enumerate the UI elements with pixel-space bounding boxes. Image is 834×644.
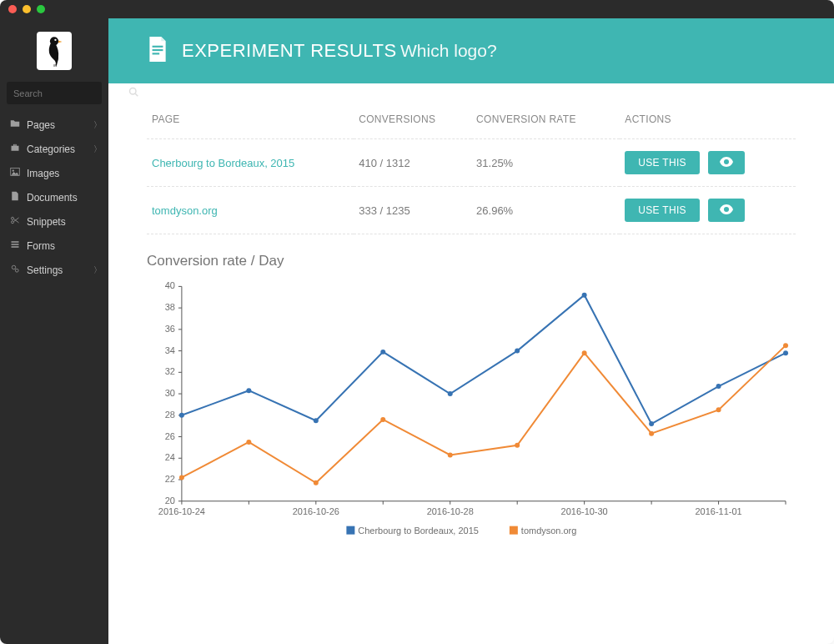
- svg-point-80: [716, 407, 721, 412]
- sidebar-item-label: Documents: [27, 192, 78, 204]
- chevron-right-icon: 〉: [93, 119, 102, 131]
- svg-point-77: [515, 443, 520, 448]
- svg-point-62: [179, 413, 184, 418]
- svg-rect-22: [153, 53, 160, 54]
- use-this-button[interactable]: USE THIS: [625, 199, 700, 222]
- sidebar-item-pages[interactable]: Pages〉: [0, 113, 108, 137]
- svg-point-19: [15, 269, 18, 272]
- main-area: EXPERIMENT RESULTS Which logo? PAGECONVE…: [108, 18, 834, 644]
- svg-text:32: 32: [165, 366, 175, 376]
- svg-text:20: 20: [165, 496, 175, 506]
- sidebar-item-label: Pages: [27, 119, 55, 131]
- sidebar-item-label: Categories: [27, 143, 75, 155]
- svg-point-69: [649, 421, 654, 426]
- rate-cell: 26.96%: [471, 187, 620, 234]
- svg-point-78: [582, 350, 587, 355]
- page-header: EXPERIMENT RESULTS Which logo?: [108, 18, 834, 83]
- suitcase-icon: [8, 143, 22, 155]
- results-table: PAGECONVERSIONSCONVERSION RATEACTIONS Ch…: [147, 105, 796, 234]
- svg-rect-15: [12, 241, 19, 243]
- svg-text:28: 28: [165, 410, 175, 420]
- svg-point-79: [649, 431, 654, 436]
- conversions-cell: 333 / 1235: [354, 187, 471, 234]
- chart-title: Conversion rate / Day: [147, 253, 796, 269]
- svg-text:40: 40: [165, 280, 175, 290]
- svg-point-65: [380, 350, 385, 355]
- svg-rect-17: [12, 246, 19, 248]
- svg-point-63: [246, 388, 251, 393]
- sidebar-item-forms[interactable]: Forms: [0, 234, 108, 258]
- svg-text:2016-10-30: 2016-10-30: [561, 506, 608, 516]
- svg-rect-82: [346, 526, 354, 535]
- svg-rect-7: [12, 146, 19, 151]
- folder-icon: [8, 118, 22, 131]
- use-this-button[interactable]: USE THIS: [625, 151, 700, 174]
- sidebar-item-label: Forms: [27, 240, 55, 252]
- preview-button[interactable]: [708, 199, 745, 222]
- column-header: PAGE: [147, 105, 354, 139]
- rate-cell: 31.25%: [471, 139, 620, 187]
- column-header: CONVERSION RATE: [471, 105, 620, 139]
- search-box[interactable]: [7, 82, 102, 104]
- svg-text:tomdyson.org: tomdyson.org: [521, 526, 576, 536]
- svg-point-64: [314, 418, 319, 423]
- document-icon: [147, 37, 168, 65]
- chevron-right-icon: 〉: [93, 143, 102, 155]
- svg-point-72: [179, 475, 184, 480]
- svg-rect-21: [153, 49, 163, 51]
- sidebar-item-categories[interactable]: Categories〉: [0, 137, 108, 161]
- svg-point-12: [12, 221, 14, 224]
- sidebar-item-snippets[interactable]: Snippets: [0, 209, 108, 234]
- svg-text:36: 36: [165, 324, 175, 334]
- document-icon: [8, 191, 22, 204]
- svg-point-81: [783, 343, 788, 348]
- image-icon: [8, 167, 22, 179]
- svg-point-75: [380, 417, 385, 422]
- window-zoom-dot[interactable]: [37, 5, 45, 13]
- cogs-icon: [8, 264, 22, 276]
- chart: 20222426283032343638402016-10-242016-10-…: [147, 278, 796, 548]
- sidebar-item-label: Settings: [27, 264, 63, 276]
- page-link[interactable]: tomdyson.org: [152, 204, 218, 217]
- svg-point-67: [515, 349, 520, 354]
- page-title: EXPERIMENT RESULTS Which logo?: [182, 40, 497, 62]
- svg-text:Cherbourg to Bordeaux, 2015: Cherbourg to Bordeaux, 2015: [358, 526, 479, 536]
- sidebar-item-documents[interactable]: Documents: [0, 185, 108, 209]
- window-close-dot[interactable]: [8, 5, 17, 13]
- svg-marker-2: [58, 41, 62, 43]
- svg-rect-84: [510, 526, 518, 535]
- sidebar-item-settings[interactable]: Settings〉: [0, 258, 108, 282]
- svg-point-10: [13, 169, 14, 171]
- svg-point-1: [54, 39, 56, 41]
- content-area: PAGECONVERSIONSCONVERSION RATEACTIONS Ch…: [108, 83, 834, 556]
- sidebar-item-images[interactable]: Images: [0, 161, 108, 185]
- window-titlebar: [0, 0, 834, 18]
- scissors-icon: [8, 215, 22, 228]
- svg-text:24: 24: [165, 452, 175, 462]
- app-window: Pages〉Categories〉ImagesDocumentsSnippets…: [0, 0, 834, 644]
- svg-point-76: [448, 452, 453, 457]
- svg-point-71: [783, 350, 788, 355]
- logo: [0, 18, 108, 82]
- svg-point-66: [448, 391, 453, 396]
- eye-icon: [720, 205, 733, 217]
- svg-text:30: 30: [165, 388, 175, 398]
- table-row: tomdyson.org333 / 123526.96%USE THIS: [147, 187, 796, 234]
- list-icon: [8, 239, 22, 252]
- column-header: ACTIONS: [620, 105, 796, 139]
- window-minimize-dot[interactable]: [23, 5, 31, 13]
- bird-icon: [37, 32, 72, 70]
- svg-point-68: [582, 293, 587, 298]
- sidebar-nav: Pages〉Categories〉ImagesDocumentsSnippets…: [0, 113, 108, 282]
- svg-point-11: [12, 217, 14, 219]
- svg-text:38: 38: [165, 302, 175, 312]
- svg-rect-20: [153, 46, 163, 48]
- preview-button[interactable]: [708, 151, 745, 174]
- sidebar: Pages〉Categories〉ImagesDocumentsSnippets…: [0, 18, 108, 644]
- svg-rect-16: [12, 244, 19, 245]
- svg-text:2016-10-26: 2016-10-26: [293, 506, 339, 516]
- svg-rect-8: [14, 144, 17, 146]
- svg-point-74: [314, 480, 319, 486]
- table-row: Cherbourg to Bordeaux, 2015410 / 131231.…: [147, 139, 796, 187]
- page-link[interactable]: Cherbourg to Bordeaux, 2015: [152, 157, 294, 169]
